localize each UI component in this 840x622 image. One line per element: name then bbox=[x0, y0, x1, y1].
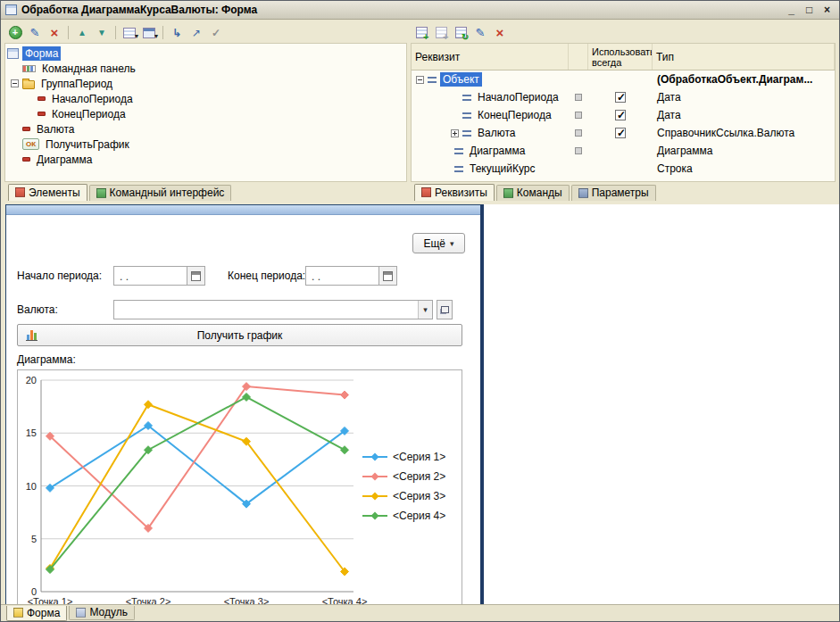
use-always-checkbox[interactable] bbox=[615, 128, 626, 138]
currency-dropdown-button[interactable]: ▾ bbox=[418, 301, 432, 319]
editor-tabs: ФормаМодуль bbox=[1, 604, 839, 621]
tree-item[interactable]: ГруппаПериод bbox=[5, 76, 406, 91]
aux-checkbox[interactable] bbox=[575, 147, 582, 154]
attribute-icon bbox=[462, 95, 471, 101]
use-always-checkbox[interactable] bbox=[615, 92, 626, 103]
start-period-input-group: . . bbox=[113, 266, 205, 286]
tree-item[interactable]: Командная панель bbox=[5, 61, 406, 76]
toolbar-separator bbox=[115, 26, 116, 39]
get-chart-button[interactable]: Получить график bbox=[17, 324, 462, 346]
use-always-checkbox[interactable] bbox=[615, 110, 626, 120]
more-button[interactable]: Ещё ▾ bbox=[412, 233, 465, 253]
tree-item[interactable]: ПолучитьГрафик bbox=[5, 137, 406, 152]
attribute-type: Дата bbox=[653, 106, 835, 124]
attribute-type: СправочникСсылка.Валюта bbox=[653, 124, 835, 142]
tree-item-label: ПолучитьГрафик bbox=[43, 137, 132, 152]
edit-pointer-button[interactable] bbox=[187, 24, 205, 41]
delete-button[interactable] bbox=[491, 24, 509, 41]
start-period-calendar-button[interactable] bbox=[187, 266, 205, 286]
svg-text:20: 20 bbox=[26, 375, 37, 386]
svg-text:<Серия 1>: <Серия 1> bbox=[393, 451, 445, 463]
get-chart-button-label: Получить график bbox=[197, 329, 283, 342]
attribute-row[interactable]: НачалоПериодаДата bbox=[412, 88, 835, 106]
close-button[interactable]: × bbox=[819, 4, 835, 17]
start-period-input[interactable]: . . bbox=[113, 266, 187, 286]
add-icon bbox=[9, 26, 22, 39]
field-icon bbox=[22, 127, 30, 131]
aux-checkbox[interactable] bbox=[575, 129, 582, 137]
attribute-row[interactable]: КонецПериодаДата bbox=[412, 106, 835, 124]
attributes-rows: Объект(ОбработкаОбъект.Диаграм...НачалоП… bbox=[412, 70, 835, 178]
currency-open-button[interactable] bbox=[437, 300, 453, 319]
attribute-name: Объект bbox=[440, 72, 482, 87]
expander-icon[interactable] bbox=[416, 76, 424, 84]
tree-item[interactable]: Валюта bbox=[5, 121, 406, 137]
attribute-row[interactable]: ДиаграммаДиаграмма bbox=[412, 142, 835, 160]
refresh-button[interactable] bbox=[452, 24, 470, 41]
attribute-type: (ОбработкаОбъект.Диаграм... bbox=[653, 70, 835, 88]
ok-button-icon bbox=[22, 138, 39, 150]
attributes-panel-tabs: РеквизитыКомандыПараметры bbox=[411, 182, 836, 201]
expander-icon[interactable] bbox=[11, 79, 19, 87]
tree-item[interactable]: Диаграмма bbox=[5, 152, 406, 167]
aux-checkbox[interactable] bbox=[575, 94, 582, 101]
tree-item[interactable]: КонецПериода bbox=[5, 106, 406, 121]
tab-order-button[interactable] bbox=[168, 24, 186, 41]
move-down-button[interactable] bbox=[93, 24, 111, 41]
field-icon bbox=[37, 112, 46, 116]
aux-checkbox[interactable] bbox=[575, 112, 582, 119]
svg-text:<Серия 4>: <Серия 4> bbox=[393, 510, 445, 522]
cmd-interface-tab-icon bbox=[96, 188, 106, 198]
tab-parameters[interactable]: Параметры bbox=[571, 185, 656, 201]
attribute-row[interactable]: ТекущийКурсСтрока bbox=[412, 160, 835, 178]
tab-form[interactable]: Форма bbox=[6, 606, 67, 621]
column-header-type-label: Тип bbox=[656, 51, 674, 63]
check-button[interactable] bbox=[207, 24, 225, 41]
svg-text:<Серия 2>: <Серия 2> bbox=[393, 470, 445, 483]
move-up-button[interactable] bbox=[73, 24, 91, 41]
chart-area[interactable]: 05101520<Точка 1><Точка 2><Точка 3><Точк… bbox=[17, 369, 462, 604]
currency-input[interactable] bbox=[114, 301, 418, 319]
column-header-aux[interactable] bbox=[569, 44, 588, 70]
column-header-attribute[interactable]: Реквизит bbox=[412, 44, 569, 70]
add-group-button[interactable] bbox=[121, 24, 138, 41]
add-attribute-button[interactable] bbox=[412, 24, 430, 41]
tree-item-label: Диаграмма bbox=[34, 153, 95, 167]
move-down-icon bbox=[97, 28, 106, 37]
folder-icon bbox=[22, 80, 35, 89]
tab-attributes[interactable]: Реквизиты bbox=[414, 184, 495, 201]
tab-elements[interactable]: Элементы bbox=[8, 184, 87, 201]
tree-item-label: Валюта bbox=[34, 122, 77, 137]
add-button[interactable] bbox=[6, 24, 24, 41]
preview-mode-button[interactable] bbox=[140, 24, 158, 41]
tree-item[interactable]: Форма bbox=[5, 46, 406, 61]
svg-text:10: 10 bbox=[26, 481, 37, 492]
minimize-button[interactable]: _ bbox=[784, 4, 799, 17]
expander-icon[interactable] bbox=[451, 129, 459, 137]
svg-text:<Точка 3>: <Точка 3> bbox=[224, 596, 270, 604]
empty-pane bbox=[484, 204, 839, 604]
attribute-icon bbox=[462, 112, 471, 119]
parameters-tab-icon bbox=[578, 188, 588, 198]
edit-button[interactable] bbox=[26, 24, 44, 41]
edit-icon bbox=[30, 26, 40, 39]
tree-item[interactable]: НачалоПериода bbox=[5, 91, 406, 106]
elements-panel-tabs: ЭлементыКомандный интерфейс bbox=[4, 182, 407, 201]
tab-order-icon bbox=[172, 27, 181, 39]
tab-module[interactable]: Модуль bbox=[69, 606, 135, 620]
delete-button[interactable] bbox=[46, 24, 63, 41]
form-caption-strip bbox=[6, 205, 480, 215]
field-icon bbox=[37, 96, 46, 101]
tab-cmd-interface[interactable]: Командный интерфейс bbox=[89, 185, 232, 201]
attribute-row[interactable]: Объект(ОбработкаОбъект.Диаграм... bbox=[412, 70, 835, 88]
add-tabular-button[interactable] bbox=[432, 24, 450, 41]
edit-button[interactable] bbox=[471, 24, 489, 41]
column-header-use-always[interactable]: Использовать всегда bbox=[588, 44, 653, 70]
maximize-button[interactable]: □ bbox=[802, 4, 817, 17]
tab-commands[interactable]: Команды bbox=[496, 185, 570, 201]
end-period-input[interactable]: . . bbox=[305, 266, 379, 286]
end-period-calendar-button[interactable] bbox=[379, 266, 397, 286]
attribute-name: ТекущийКурс bbox=[467, 162, 538, 176]
column-header-type[interactable]: Тип bbox=[653, 44, 835, 70]
attribute-row[interactable]: ВалютаСправочникСсылка.Валюта bbox=[412, 124, 835, 142]
